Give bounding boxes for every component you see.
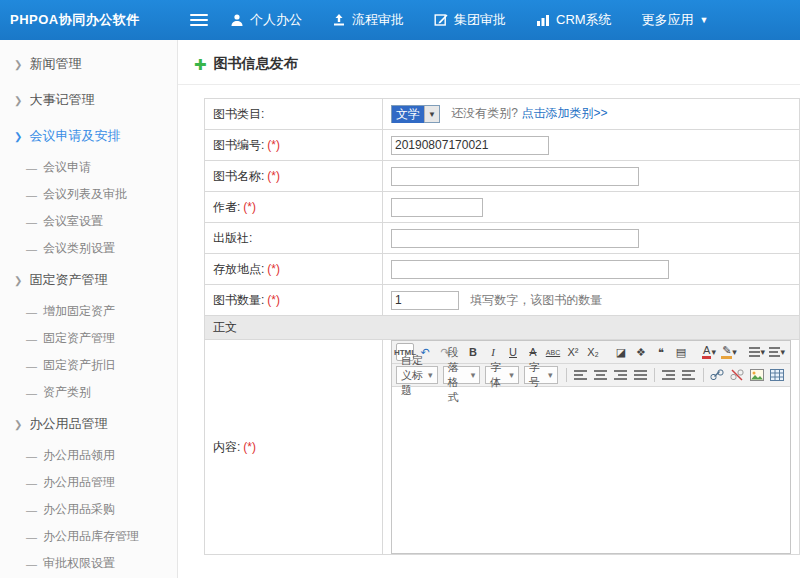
sidebar-subitem[interactable]: —固定资产折旧 [0, 352, 177, 379]
superscript-button[interactable]: X² [564, 343, 582, 361]
sidebar-subitem-label: 固定资产管理 [43, 330, 115, 347]
field-label: 内容: [213, 440, 240, 454]
field-label: 图书数量: [213, 293, 264, 307]
sidebar-subitem-label: 资产类别 [43, 384, 91, 401]
italic-button[interactable]: I [484, 343, 502, 361]
blockquote-button[interactable]: ❝ [652, 343, 670, 361]
custom-title-select[interactable]: 自定义标题▾ [396, 366, 438, 384]
font-color-button[interactable]: A▾ [700, 343, 718, 361]
sidebar-subitem-label: 增加固定资产 [43, 303, 115, 320]
bold-button[interactable]: B [464, 343, 482, 361]
align-left-button[interactable] [571, 366, 589, 384]
required-mark: (*) [267, 138, 280, 152]
sidebar-item-news[interactable]: ❯ 新闻管理 [0, 46, 177, 82]
sidebar-subitem-label: 办公用品管理 [43, 474, 115, 491]
dash-icon: — [26, 243, 37, 255]
strikethrough-button[interactable]: A [524, 343, 542, 361]
sidebar-subitem[interactable]: —会议室设置 [0, 208, 177, 235]
sidebar-subitem[interactable]: —会议类别设置 [0, 235, 177, 262]
sidebar-subitem[interactable]: —办公用品采购 [0, 496, 177, 523]
sidebar-subitem[interactable]: —办公用品管理 [0, 469, 177, 496]
nav-group-approval[interactable]: 集团审批 [434, 11, 506, 29]
dash-icon: — [26, 162, 37, 174]
spellcheck-button[interactable]: ABC [544, 343, 562, 361]
sidebar-subitem-label: 办公用品采购 [43, 501, 115, 518]
align-left-icon [574, 370, 587, 381]
table-button[interactable] [768, 366, 786, 384]
category-selected-value: 文学 [392, 106, 424, 123]
font-family-select[interactable]: 字体▾ [485, 366, 519, 384]
unordered-list-button[interactable]: ▾ [748, 343, 766, 361]
caret-down-icon: ▾ [428, 371, 433, 380]
nav-process-approval[interactable]: 流程审批 [332, 11, 404, 29]
indent-button[interactable] [680, 366, 698, 384]
process-approval-icon [332, 13, 346, 27]
align-center-button[interactable] [591, 366, 609, 384]
quantity-hint: 填写数字，该图书的数量 [470, 293, 602, 307]
highlight-color-button[interactable]: ✎▾ [720, 343, 738, 361]
caret-down-icon: ▾ [711, 348, 716, 357]
sidebar-item-label: 办公用品管理 [29, 415, 107, 433]
form-row-author: 作者:(*) [205, 192, 800, 223]
toolbar-separator [654, 368, 655, 382]
editor-content-area[interactable] [392, 387, 790, 553]
sidebar-subitem[interactable]: —办公用品领用 [0, 442, 177, 469]
nav-more-apps[interactable]: 更多应用 ▼ [642, 11, 709, 29]
unlink-button[interactable] [728, 366, 746, 384]
paste-text-button[interactable]: ▤ [672, 343, 690, 361]
field-label: 图书名称: [213, 169, 264, 183]
sidebar-subitem[interactable]: —办公用品库存管理 [0, 523, 177, 550]
ordered-list-button[interactable]: ▾ [768, 343, 786, 361]
sidebar-subitem[interactable]: —资产类别 [0, 379, 177, 406]
page-title: 图书信息发布 [214, 55, 298, 73]
sidebar-subitem-label: 办公用品库存管理 [43, 528, 139, 545]
book-name-input[interactable] [391, 167, 639, 186]
required-mark: (*) [243, 440, 256, 454]
outdent-button[interactable] [660, 366, 678, 384]
caret-down-icon: ▾ [760, 348, 765, 357]
align-justify-button[interactable] [631, 366, 649, 384]
sidebar-item-assets[interactable]: ❯ 固定资产管理 [0, 262, 177, 298]
quantity-input[interactable] [391, 291, 459, 310]
dash-icon: — [26, 387, 37, 399]
nav-personal-office[interactable]: 个人办公 [230, 11, 302, 29]
publisher-input[interactable] [391, 229, 639, 248]
align-right-button[interactable] [611, 366, 629, 384]
subscript-button[interactable]: X₂ [584, 343, 602, 361]
field-label: 出版社: [213, 231, 252, 245]
caret-down-icon: ▼ [700, 16, 709, 25]
remove-format-button[interactable]: ◪ [612, 343, 630, 361]
underline-button[interactable]: U [504, 343, 522, 361]
form-row-content: 内容:(*) HTML ↶ ↷ B I U A ABC X² [205, 340, 800, 555]
topbar: PHPOA协同办公软件 个人办公 流程审批 集团审批 CRM系统 更多应用 ▼ [0, 0, 800, 40]
sidebar-subitem[interactable]: —增加固定资产 [0, 298, 177, 325]
format-painter-button[interactable]: ❖ [632, 343, 650, 361]
caret-down-icon: ▾ [548, 371, 553, 380]
add-category-link[interactable]: 点击添加类别>> [521, 106, 607, 120]
nav-label: 集团审批 [454, 11, 506, 29]
title-bar: ✚ 图书信息发布 [178, 40, 800, 85]
author-input[interactable] [391, 198, 483, 217]
image-button[interactable] [748, 366, 766, 384]
outdent-icon [662, 370, 675, 381]
required-mark: (*) [267, 169, 280, 183]
hamburger-menu-icon[interactable] [190, 13, 210, 27]
main-content: ✚ 图书信息发布 图书类目: 文学 ▼ 还没有类别? 点击添加类别>> 图书编号… [178, 40, 800, 578]
sidebar-subitem-label: 会议申请 [43, 159, 91, 176]
category-select[interactable]: 文学 ▼ [391, 105, 440, 123]
link-button[interactable] [708, 366, 726, 384]
location-input[interactable] [391, 260, 669, 279]
paragraph-format-select[interactable]: 段落格式▾ [443, 366, 481, 384]
sidebar-subitem[interactable]: —会议申请 [0, 154, 177, 181]
sidebar-subitem[interactable]: —会议列表及审批 [0, 181, 177, 208]
align-center-icon [594, 370, 607, 381]
book-no-input[interactable] [391, 136, 549, 155]
sidebar-item-supplies[interactable]: ❯ 办公用品管理 [0, 406, 177, 442]
font-size-select[interactable]: 字号▾ [524, 366, 558, 384]
sidebar-item-events[interactable]: ❯ 大事记管理 [0, 82, 177, 118]
sidebar-subitem[interactable]: —审批权限设置 [0, 550, 177, 577]
nav-crm-system[interactable]: CRM系统 [536, 11, 612, 29]
sidebar-item-meeting[interactable]: ❯ 会议申请及安排 [0, 118, 177, 154]
sidebar-subitem[interactable]: —固定资产管理 [0, 325, 177, 352]
form-row-category: 图书类目: 文学 ▼ 还没有类别? 点击添加类别>> [205, 99, 800, 130]
